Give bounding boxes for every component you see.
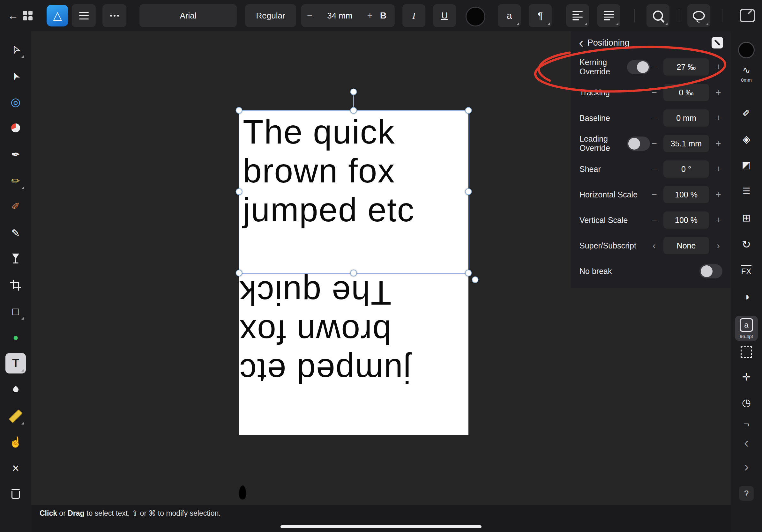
- shear-increase-button[interactable]: +: [714, 164, 723, 174]
- handle-bottom-right[interactable]: [465, 270, 472, 277]
- vertical-scale-increase-button[interactable]: +: [714, 215, 723, 226]
- window-mode-button[interactable]: [740, 9, 755, 22]
- delete-tool[interactable]: [5, 484, 26, 504]
- text-frame-selected[interactable]: The quickbrown foxjumped etc: [239, 110, 468, 273]
- ellipse-tool[interactable]: ●: [5, 327, 26, 348]
- magnifier-icon: [653, 11, 663, 21]
- handle-mid-left[interactable]: [236, 188, 243, 195]
- node-tool[interactable]: ➤: [5, 66, 26, 87]
- super-subscript-previous-button[interactable]: ‹: [650, 240, 658, 251]
- align-justify-button[interactable]: [597, 4, 620, 27]
- tracking-increase-button[interactable]: +: [714, 87, 723, 98]
- adjustments-panel-button[interactable]: ◩: [731, 160, 762, 170]
- text-color-swatch[interactable]: [466, 7, 485, 27]
- bold-button[interactable]: B: [372, 4, 395, 27]
- assets-panel-button[interactable]: ⊞: [731, 213, 762, 223]
- handle-bottom-left[interactable]: [236, 270, 243, 277]
- character-style-button[interactable]: a: [498, 4, 521, 27]
- pen-tool[interactable]: ✒: [5, 144, 26, 165]
- corner-tool[interactable]: [5, 118, 26, 138]
- rectangle-tool[interactable]: □: [5, 301, 26, 321]
- menu-button[interactable]: [72, 4, 96, 27]
- leading-override-decrease-button[interactable]: −: [650, 138, 658, 149]
- shear-value[interactable]: 0 °: [663, 161, 709, 178]
- cancel-tool[interactable]: ×: [5, 458, 26, 478]
- align-left-button[interactable]: [566, 4, 589, 27]
- baseline-increase-button[interactable]: +: [714, 112, 723, 123]
- next-chevron[interactable]: ›: [731, 460, 762, 474]
- lasso-button[interactable]: [687, 4, 710, 27]
- paint-brush-tool[interactable]: ✎: [5, 223, 26, 243]
- ruler-tool[interactable]: [5, 406, 26, 427]
- app-screen: ← △ Arial Regular − 34 mm + B I U a: [0, 0, 762, 532]
- fill-color-swatch[interactable]: [731, 42, 762, 58]
- transform-panel-button[interactable]: [731, 346, 762, 358]
- italic-button[interactable]: I: [402, 4, 425, 27]
- history-panel-button[interactable]: ◷: [731, 397, 762, 408]
- font-family-value: Arial: [180, 11, 196, 21]
- vertical-scale-decrease-button[interactable]: −: [650, 215, 658, 226]
- shear-decrease-button[interactable]: −: [650, 164, 658, 174]
- super-subscript-value[interactable]: None: [663, 237, 709, 254]
- kerning-override-increase-button[interactable]: +: [714, 62, 723, 72]
- more-button[interactable]: [103, 4, 126, 27]
- contrast-panel-button[interactable]: ◑: [731, 292, 762, 302]
- kerning-override-decrease-button[interactable]: −: [650, 62, 658, 72]
- vertical-scale-value[interactable]: 100 %: [663, 212, 709, 229]
- font-size-value[interactable]: 34 mm: [327, 11, 352, 21]
- previous-chevron[interactable]: ‹: [731, 436, 762, 450]
- horizontal-scale-decrease-button[interactable]: −: [650, 189, 658, 200]
- pin-panel-icon[interactable]: [712, 37, 723, 48]
- app-logo-button[interactable]: △: [46, 5, 68, 27]
- help-button[interactable]: ?: [731, 486, 762, 501]
- handle-frame2-corner[interactable]: [472, 277, 479, 283]
- leading-override-value[interactable]: 35.1 mm: [663, 135, 709, 152]
- handle-top-center[interactable]: [350, 107, 357, 114]
- text-frame-flipped[interactable]: The quickbrown foxjumped etc: [239, 273, 468, 435]
- home-button[interactable]: ←: [8, 0, 33, 31]
- text-styles-panel-button[interactable]: ☰: [731, 187, 762, 196]
- snapping-button[interactable]: ⌐: [731, 419, 762, 429]
- handle-top-right[interactable]: [465, 107, 472, 114]
- character-panel-button[interactable]: a96.4pt: [735, 316, 758, 341]
- tracking-decrease-button[interactable]: −: [650, 87, 658, 98]
- horizontal-scale-value[interactable]: 100 %: [663, 186, 709, 203]
- home-indicator[interactable]: [280, 525, 482, 528]
- brushes-panel-button[interactable]: ✐: [731, 108, 762, 118]
- handle-mid-right[interactable]: [465, 188, 472, 195]
- color-picker-tool[interactable]: [5, 379, 26, 400]
- font-style-select[interactable]: Regular: [245, 4, 296, 27]
- tracking-value[interactable]: 0 ‰: [663, 84, 709, 101]
- leading-override-increase-button[interactable]: +: [714, 138, 723, 149]
- crop-tool[interactable]: [5, 275, 26, 295]
- zoom-button[interactable]: [647, 4, 669, 27]
- kerning-override-toggle[interactable]: [627, 60, 650, 74]
- effects-panel-button[interactable]: FX: [731, 265, 762, 276]
- underline-button[interactable]: U: [433, 4, 456, 27]
- no-break-toggle[interactable]: [700, 264, 723, 279]
- panel-back-button[interactable]: ‹: [579, 36, 584, 50]
- horizontal-scale-increase-button[interactable]: +: [714, 189, 723, 200]
- pencil-tool[interactable]: ✏: [5, 170, 26, 191]
- transparency-tool[interactable]: [5, 248, 26, 269]
- arrange-panel-button[interactable]: ✛: [731, 372, 762, 382]
- font-size-decrease-button[interactable]: −: [307, 10, 313, 21]
- layers-panel-button[interactable]: ◈: [731, 134, 762, 144]
- leading-override-toggle[interactable]: [627, 137, 650, 151]
- stroke-panel-button[interactable]: ∿0mm: [731, 66, 762, 83]
- handle-bottom-center[interactable]: [350, 270, 357, 277]
- baseline-decrease-button[interactable]: −: [650, 112, 658, 123]
- paragraph-style-button[interactable]: ¶: [529, 4, 552, 27]
- kerning-override-value[interactable]: 27 ‰: [663, 58, 709, 76]
- vector-brush-tool[interactable]: ✐: [5, 196, 26, 217]
- baseline-value[interactable]: 0 mm: [663, 109, 709, 127]
- rotate-panel-button[interactable]: ↻: [731, 239, 762, 250]
- contour-tool[interactable]: ◎: [5, 92, 26, 112]
- super-subscript-next-button[interactable]: ›: [714, 240, 723, 251]
- font-family-select[interactable]: Arial: [139, 4, 237, 27]
- text-tool[interactable]: T: [5, 353, 26, 373]
- rotation-handle[interactable]: [350, 89, 357, 96]
- move-tool[interactable]: ➤: [5, 39, 26, 60]
- handle-top-left[interactable]: [236, 107, 243, 114]
- hand-tool[interactable]: ☝: [5, 432, 26, 452]
